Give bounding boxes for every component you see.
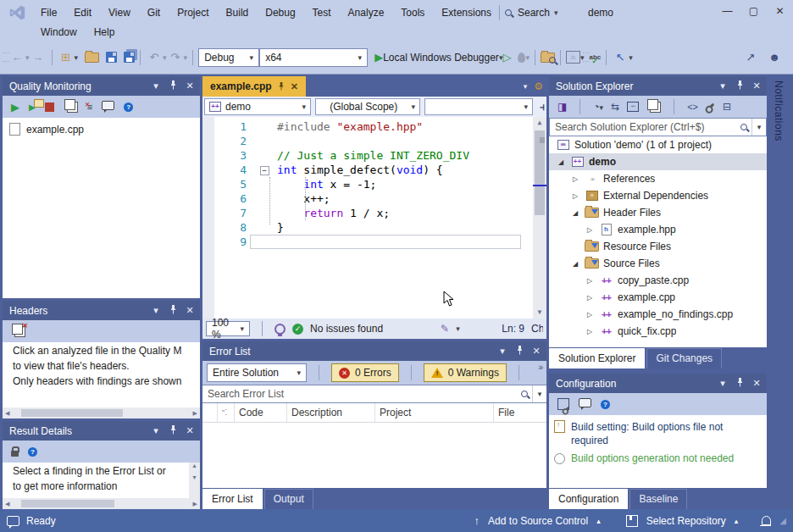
show-all-files-icon[interactable] bbox=[650, 102, 661, 113]
collapsed-arrow-icon[interactable]: ▷ bbox=[570, 192, 580, 200]
open-file-icon[interactable] bbox=[85, 53, 99, 63]
code-line-8[interactable]: 8} bbox=[202, 220, 533, 235]
close-icon[interactable]: ✕ bbox=[528, 346, 545, 357]
pin-icon[interactable] bbox=[164, 305, 181, 316]
collapsed-arrow-icon[interactable]: ▷ bbox=[585, 277, 595, 285]
menu-item-project[interactable]: Project bbox=[169, 3, 217, 22]
solution-platform-select[interactable]: x64 ▾ bbox=[259, 48, 368, 67]
column-header-description[interactable]: Description bbox=[287, 403, 375, 422]
tab-baseline[interactable]: Baseline bbox=[629, 489, 687, 509]
errors-filter-button[interactable]: ✕ 0 Errors bbox=[331, 363, 399, 382]
code-line-2[interactable]: 2 bbox=[202, 134, 533, 148]
menu-item-build[interactable]: Build bbox=[218, 3, 258, 22]
fold-marker[interactable]: − bbox=[252, 163, 277, 177]
close-icon[interactable]: ✕ bbox=[748, 80, 765, 91]
menu-item-analyze[interactable]: Analyze bbox=[340, 3, 393, 22]
tree-item-external-dependencies[interactable]: ▷≡External Dependencies bbox=[549, 187, 767, 204]
pin-icon[interactable] bbox=[278, 82, 285, 91]
solution-explorer-search-input[interactable] bbox=[550, 121, 740, 133]
undo-icon[interactable]: ↶ bbox=[146, 48, 163, 67]
redo-dropdown-icon[interactable]: ▾ bbox=[184, 53, 188, 62]
send-feedback-icon[interactable]: ☻ bbox=[766, 48, 783, 67]
chevron-up-icon[interactable]: ▴ bbox=[596, 517, 601, 525]
document-tab-example-cpp[interactable]: example.cpp ✕ bbox=[202, 76, 306, 97]
collapsed-arrow-icon[interactable]: ▷ bbox=[585, 294, 595, 302]
code-cleanup-icon[interactable]: ✎ bbox=[441, 323, 449, 335]
tree-item-quick-fix-cpp[interactable]: ▷++quick_fix.cpp bbox=[549, 323, 767, 340]
help-icon[interactable]: ? bbox=[124, 103, 133, 112]
window-position-icon[interactable]: ▾ bbox=[147, 305, 164, 316]
pin-icon[interactable] bbox=[164, 80, 181, 91]
horizontal-scrollbar[interactable]: ◀ ▶ bbox=[3, 498, 200, 509]
navigate-back-icon[interactable]: ← bbox=[8, 48, 25, 67]
tab-solution-explorer[interactable]: Solution Explorer bbox=[549, 348, 645, 369]
error-list-search-input[interactable] bbox=[202, 388, 520, 400]
menu-item-view[interactable]: View bbox=[100, 3, 139, 22]
code-line-4[interactable]: 4−int simple_defect(void) { bbox=[202, 163, 533, 177]
menu-item-help[interactable]: Help bbox=[86, 23, 124, 42]
menu-item-tools[interactable]: Tools bbox=[392, 3, 433, 22]
tab-error-list[interactable]: Error List bbox=[202, 489, 263, 509]
close-button[interactable]: ✕ bbox=[767, 0, 793, 22]
window-position-icon[interactable]: ▾ bbox=[714, 378, 731, 389]
maximize-button[interactable]: ▢ bbox=[740, 0, 767, 22]
redo-icon[interactable]: ↷ bbox=[167, 48, 184, 67]
pin-icon[interactable] bbox=[164, 425, 181, 436]
selection-column-header[interactable] bbox=[202, 403, 218, 422]
editor-vertical-scrollbar[interactable]: ▲ ▼ bbox=[533, 117, 546, 319]
active-files-dropdown-icon[interactable]: ▾ bbox=[524, 82, 528, 91]
code-line-3[interactable]: 3// Just a simple INT_ZERO_DIV bbox=[202, 148, 533, 163]
expanded-arrow-icon[interactable]: ◢ bbox=[570, 260, 580, 268]
scroll-up-icon[interactable]: ▲ bbox=[533, 117, 546, 129]
properties-wrench-icon[interactable] bbox=[707, 103, 715, 111]
chevron-up-icon[interactable]: ▴ bbox=[735, 517, 739, 525]
minimize-button[interactable]: — bbox=[714, 0, 740, 22]
tree-item-example-no-findings-cpp[interactable]: ▷++example_no_findings.cpp bbox=[549, 306, 767, 323]
start-without-debugging-icon[interactable]: ▷ bbox=[502, 51, 511, 64]
configuration-settings-icon[interactable] bbox=[579, 398, 591, 410]
help-icon[interactable]: ? bbox=[601, 400, 610, 409]
help-icon[interactable]: ? bbox=[28, 447, 37, 457]
tree-item-copy-paste-cpp[interactable]: ▷++copy_paste.cpp bbox=[549, 272, 767, 289]
resize-grip[interactable]: ◢ bbox=[779, 516, 786, 525]
tree-item-resource-files[interactable]: Resource Files bbox=[549, 238, 767, 255]
pin-icon[interactable] bbox=[731, 378, 748, 389]
tab-output[interactable]: Output bbox=[264, 489, 313, 509]
tab-git-changes[interactable]: Git Changes bbox=[646, 348, 722, 369]
column-header-file[interactable]: File bbox=[494, 403, 546, 422]
notifications-bell-icon[interactable] bbox=[762, 516, 771, 525]
window-position-icon[interactable]: ▾ bbox=[494, 346, 511, 357]
column-header-project[interactable]: Project bbox=[375, 403, 494, 422]
pending-changes-filter-icon[interactable]: ◔▾ bbox=[593, 101, 603, 113]
code-line-6[interactable]: 6 x++; bbox=[202, 191, 533, 206]
headers-header[interactable]: Headers ▾ ✕ bbox=[3, 301, 200, 320]
configuration-header[interactable]: Configuration ▾ ✕ bbox=[549, 374, 767, 393]
quality-monitoring-header[interactable]: Quality Monitoring ▾ ✕ bbox=[3, 76, 200, 96]
sync-with-active-document-icon[interactable]: ⇆ bbox=[611, 101, 619, 113]
select-tool-icon[interactable]: ↖ bbox=[612, 48, 629, 67]
collapsed-arrow-icon[interactable]: ▷ bbox=[585, 311, 595, 319]
save-all-icon[interactable] bbox=[124, 52, 135, 63]
menu-item-edit[interactable]: Edit bbox=[65, 3, 100, 22]
close-icon[interactable]: ✕ bbox=[748, 378, 765, 389]
expanded-arrow-icon[interactable]: ◢ bbox=[556, 158, 566, 166]
new-project-icon[interactable]: ⊞ bbox=[58, 48, 75, 67]
add-to-source-control-button[interactable]: Add to Source Control bbox=[488, 515, 588, 527]
analyzed-file-item[interactable]: example.cpp bbox=[3, 118, 200, 141]
menu-item-file[interactable]: File bbox=[32, 3, 65, 22]
start-debugging-label[interactable]: Local Windows Debugger bbox=[383, 52, 499, 64]
severity-column-header[interactable]: "⁚ bbox=[218, 403, 235, 422]
run-all-files-icon[interactable]: ▶ bbox=[29, 101, 36, 113]
solution-explorer-header[interactable]: Solution Explorer ▾ ✕ bbox=[549, 76, 767, 96]
toolbar-overflow-icon[interactable]: » bbox=[538, 363, 543, 372]
search-control[interactable]: Search ▾ bbox=[504, 4, 558, 21]
error-scope-select[interactable]: Entire Solution ▾ bbox=[207, 363, 307, 382]
solution-configuration-select[interactable]: Debug ▾ bbox=[198, 48, 259, 67]
notifications-side-tab[interactable]: Notifications bbox=[773, 80, 785, 141]
tree-item-example-hpp[interactable]: ▷hexample.hpp bbox=[549, 221, 767, 238]
scrollbar-thumb[interactable] bbox=[535, 130, 545, 215]
member-scope-select[interactable]: ▾ bbox=[424, 98, 533, 115]
tree-item-references[interactable]: ▷▫▫References bbox=[549, 170, 767, 187]
switch-views-icon[interactable]: ◨ bbox=[557, 101, 567, 113]
code-editor[interactable]: 1#include "example.hpp"23// Just a simpl… bbox=[202, 117, 546, 319]
